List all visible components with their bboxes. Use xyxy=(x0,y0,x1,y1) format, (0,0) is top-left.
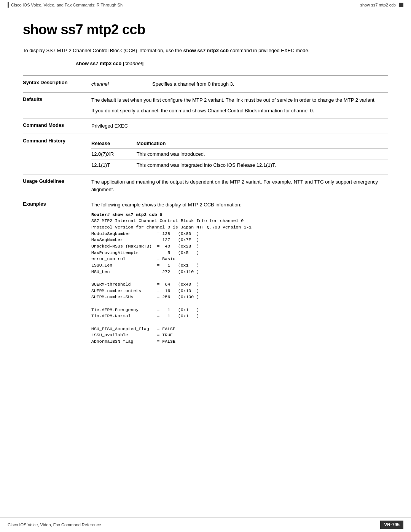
usage-guidelines-content: The application and meaning of the outpu… xyxy=(84,174,388,197)
code-line-13: SUERM-number-SUs = 256 (0x100 ) xyxy=(91,294,199,299)
page-number-badge: VR-795 xyxy=(380,521,403,529)
code-line-11: SUERM-threshold = 64 (0x40 ) xyxy=(91,282,199,287)
code-line-15: Tie-AERM-Emergency = 1 (0x1 ) xyxy=(91,307,199,312)
top-bar-right: show ss7 mtp2 ccb xyxy=(360,3,403,7)
code-line-18: MSU_FISU_Accepted_flag = FALSE xyxy=(91,326,175,331)
code-line-3: ModuloSeqNumber = 128 (0x80 ) xyxy=(91,231,199,236)
intro-cmd-bold: show ss7 mtp2 ccb xyxy=(183,48,229,53)
code-line-7: error_control = Basic xyxy=(91,256,175,261)
code-line-19: LSSU_available = TRUE xyxy=(91,332,173,337)
usage-guidelines-row: Usage Guidelines The application and mea… xyxy=(23,174,388,197)
syntax-desc-inner-table: channel Specifies a channel from 0 throu… xyxy=(91,80,388,89)
history-modification-0: This command was introduced. xyxy=(137,149,388,160)
code-line-4: MaxSeqNumber = 127 (0x7F ) xyxy=(91,237,199,242)
code-line-12: SUERM-number-octets = 16 (0x10 ) xyxy=(91,288,199,293)
syntax-description-row: Syntax Description channel Specifies a c… xyxy=(23,75,388,93)
command-history-label: Command History xyxy=(23,134,84,174)
top-bar: Cisco IOS Voice, Video, and Fax Commands… xyxy=(0,0,411,10)
bottom-bar-left: Cisco IOS Voice, Video, Fax Command Refe… xyxy=(8,522,101,527)
code-line-2: Protocol version for channel 0 is Japan … xyxy=(91,225,252,230)
bottom-bar-left-text: Cisco IOS Voice, Video, Fax Command Refe… xyxy=(8,522,101,527)
syntax-bold: show ss7 mtp2 ccb xyxy=(76,61,123,66)
history-modification-1: This command was integrated into Cisco I… xyxy=(137,160,388,170)
code-line-1: SS7 MTP2 Internal Channel Control Block … xyxy=(91,218,244,223)
top-bar-left-text: Cisco IOS Voice, Video, and Fax Commands… xyxy=(11,3,123,7)
defaults-content: The default is set when you first config… xyxy=(84,93,388,118)
intro-paragraph: To display SS7 MTP 2 Channel Control Blo… xyxy=(23,47,335,54)
syntax-param: channel xyxy=(91,80,152,89)
history-table: Release Modification 12.0(7)XRThis comma… xyxy=(91,138,388,171)
history-col-release: Release xyxy=(91,138,137,149)
history-col-modification: Modification xyxy=(137,138,388,149)
syntax-bracket-end: ] xyxy=(142,61,143,66)
history-release-1: 12.1(1)T xyxy=(91,160,137,170)
defaults-row: Defaults The default is set when you fir… xyxy=(23,93,388,118)
history-header-row: Release Modification xyxy=(91,138,388,149)
history-table-body: 12.0(7)XRThis command was introduced.12.… xyxy=(91,149,388,171)
code-block: Router# show ss7 mtp2 ccb 0 SS7 MTP2 Int… xyxy=(91,212,388,345)
code-line-8: LSSU_Len = 1 (0x1 ) xyxy=(91,263,199,268)
intro-text2: command in privileged EXEC mode. xyxy=(229,48,309,53)
sections-table: Syntax Description channel Specifies a c… xyxy=(23,75,388,349)
defaults-label: Defaults xyxy=(23,93,84,118)
top-bar-page-box xyxy=(399,3,403,7)
code-line-5: Unacked-MSUs (MaxInRTB) = 40 (0x28 ) xyxy=(91,244,199,249)
defaults-text1: The default is set when you first config… xyxy=(91,96,388,104)
top-bar-left: Cisco IOS Voice, Video, and Fax Commands… xyxy=(8,2,123,8)
command-history-content: Release Modification 12.0(7)XRThis comma… xyxy=(84,134,388,174)
bottom-bar: Cisco IOS Voice, Video, Fax Command Refe… xyxy=(0,517,411,532)
command-history-row: Command History Release Modification 12.… xyxy=(23,134,388,174)
page-title: show ss7 mtp2 ccb xyxy=(23,22,388,38)
top-bar-right-text: show ss7 mtp2 ccb xyxy=(360,3,396,7)
history-release-0: 12.0(7)XR xyxy=(91,149,137,160)
history-row-1: 12.1(1)TThis command was integrated into… xyxy=(91,160,388,170)
code-line-16: Tin-AERM-Normal = 1 (0x1 ) xyxy=(91,313,199,318)
syntax-italic: channel xyxy=(124,61,142,66)
examples-label: Examples xyxy=(23,197,84,349)
code-line-6: MaxProvingAttempts = 5 (0x5 ) xyxy=(91,250,199,255)
code-line-0: Router# show ss7 mtp2 ccb 0 xyxy=(91,212,162,217)
syntax-desc-row: channel Specifies a channel from 0 throu… xyxy=(91,80,388,89)
examples-content: The following example shows the display … xyxy=(84,197,388,349)
top-bar-indicator xyxy=(8,2,9,8)
intro-text1: To display SS7 MTP 2 Channel Control Blo… xyxy=(23,48,183,53)
syntax-description-text: Specifies a channel from 0 through 3. xyxy=(152,80,388,89)
syntax-description-content: channel Specifies a channel from 0 throu… xyxy=(84,75,388,93)
syntax-line: show ss7 mtp2 ccb [channel] xyxy=(23,61,388,66)
defaults-text2: If you do not specify a channel, the com… xyxy=(91,107,388,115)
history-row-0: 12.0(7)XRThis command was introduced. xyxy=(91,149,388,160)
history-table-head: Release Modification xyxy=(91,138,388,149)
usage-guidelines-label: Usage Guidelines xyxy=(23,174,84,197)
command-modes-row: Command Modes Privileged EXEC xyxy=(23,118,388,134)
main-content: show ss7 mtp2 ccb To display SS7 MTP 2 C… xyxy=(0,10,411,382)
bottom-bar-right: VR-795 xyxy=(380,521,403,529)
examples-intro-text: The following example shows the display … xyxy=(91,201,388,209)
code-line-9: MSU_Len = 272 (0x110 ) xyxy=(91,269,199,274)
examples-row: Examples The following example shows the… xyxy=(23,197,388,349)
command-modes-content: Privileged EXEC xyxy=(84,118,388,134)
syntax-description-label: Syntax Description xyxy=(23,75,84,93)
code-line-20: AbnormalBSN_flag = FALSE xyxy=(91,339,175,344)
command-modes-label: Command Modes xyxy=(23,118,84,134)
